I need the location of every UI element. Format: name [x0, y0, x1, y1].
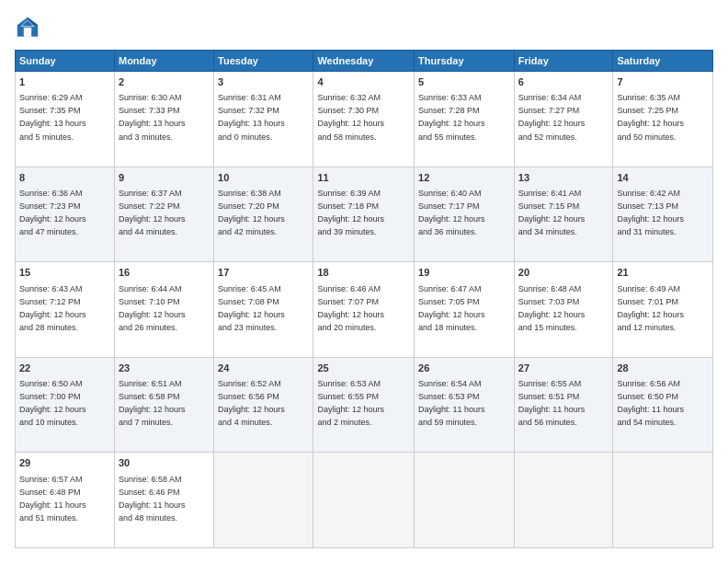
- day-cell-2: 2 Sunrise: 6:30 AMSunset: 7:33 PMDayligh…: [114, 72, 213, 167]
- day-cell-11: 11 Sunrise: 6:39 AMSunset: 7:18 PMDaylig…: [313, 167, 415, 262]
- day-cell-24: 24 Sunrise: 6:52 AMSunset: 6:56 PMDaylig…: [214, 357, 313, 453]
- calendar-table: Sunday Monday Tuesday Wednesday Thursday…: [15, 50, 713, 548]
- day-number: 10: [218, 171, 309, 185]
- day-cell-4: 4 Sunrise: 6:32 AMSunset: 7:30 PMDayligh…: [313, 72, 415, 167]
- day-number: 23: [119, 362, 210, 375]
- day-cell-8: 8 Sunrise: 6:36 AMSunset: 7:23 PMDayligh…: [16, 167, 115, 262]
- day-cell-20: 20 Sunrise: 6:48 AMSunset: 7:03 PMDaylig…: [514, 262, 613, 358]
- day-cell-1: 1 Sunrise: 6:29 AMSunset: 7:35 PMDayligh…: [16, 72, 115, 167]
- day-cell-17: 17 Sunrise: 6:45 AMSunset: 7:08 PMDaylig…: [214, 262, 313, 358]
- col-wednesday: Wednesday: [313, 51, 415, 72]
- day-number: 1: [19, 75, 110, 89]
- day-cell-18: 18 Sunrise: 6:46 AMSunset: 7:07 PMDaylig…: [313, 262, 415, 358]
- day-number: 29: [19, 456, 110, 470]
- day-cell-15: 15 Sunrise: 6:43 AMSunset: 7:12 PMDaylig…: [16, 262, 115, 358]
- day-cell-empty: [313, 453, 415, 548]
- page: Sunday Monday Tuesday Wednesday Thursday…: [0, 0, 728, 563]
- svg-rect-2: [24, 28, 31, 37]
- day-info: Sunrise: 6:55 AMSunset: 6:51 PMDaylight:…: [518, 379, 586, 427]
- day-cell-16: 16 Sunrise: 6:44 AMSunset: 7:10 PMDaylig…: [114, 262, 213, 358]
- day-cell-empty: [415, 453, 515, 548]
- day-info: Sunrise: 6:54 AMSunset: 6:53 PMDaylight:…: [418, 379, 485, 427]
- day-number: 12: [418, 171, 510, 185]
- day-cell-7: 7 Sunrise: 6:35 AMSunset: 7:25 PMDayligh…: [613, 72, 713, 167]
- day-number: 2: [119, 75, 210, 89]
- day-cell-28: 28 Sunrise: 6:56 AMSunset: 6:50 PMDaylig…: [613, 357, 713, 453]
- day-number: 27: [518, 362, 609, 375]
- day-number: 16: [119, 266, 210, 280]
- day-number: 24: [218, 362, 309, 375]
- day-cell-27: 27 Sunrise: 6:55 AMSunset: 6:51 PMDaylig…: [514, 357, 613, 453]
- day-info: Sunrise: 6:33 AMSunset: 7:28 PMDaylight:…: [418, 93, 485, 141]
- day-number: 26: [418, 362, 510, 375]
- col-tuesday: Tuesday: [214, 51, 313, 72]
- day-info: Sunrise: 6:42 AMSunset: 7:13 PMDaylight:…: [617, 189, 684, 236]
- day-cell-3: 3 Sunrise: 6:31 AMSunset: 7:32 PMDayligh…: [214, 72, 313, 167]
- day-info: Sunrise: 6:57 AMSunset: 6:48 PMDaylight:…: [19, 475, 86, 523]
- day-cell-6: 6 Sunrise: 6:34 AMSunset: 7:27 PMDayligh…: [514, 72, 613, 167]
- day-info: Sunrise: 6:56 AMSunset: 6:50 PMDaylight:…: [617, 379, 684, 427]
- day-number: 17: [218, 266, 309, 280]
- col-saturday: Saturday: [613, 51, 713, 72]
- day-info: Sunrise: 6:35 AMSunset: 7:25 PMDaylight:…: [617, 93, 684, 141]
- logo-icon: [15, 15, 40, 40]
- day-info: Sunrise: 6:37 AMSunset: 7:22 PMDaylight:…: [119, 189, 186, 236]
- day-number: 4: [317, 75, 410, 89]
- day-info: Sunrise: 6:34 AMSunset: 7:27 PMDaylight:…: [518, 93, 586, 141]
- day-number: 9: [119, 171, 210, 185]
- day-cell-22: 22 Sunrise: 6:50 AMSunset: 7:00 PMDaylig…: [16, 357, 115, 453]
- day-info: Sunrise: 6:45 AMSunset: 7:08 PMDaylight:…: [218, 284, 285, 332]
- day-number: 30: [119, 456, 210, 470]
- day-info: Sunrise: 6:39 AMSunset: 7:18 PMDaylight:…: [317, 189, 384, 236]
- day-cell-13: 13 Sunrise: 6:41 AMSunset: 7:15 PMDaylig…: [514, 167, 613, 262]
- day-cell-25: 25 Sunrise: 6:53 AMSunset: 6:55 PMDaylig…: [313, 357, 415, 453]
- day-number: 21: [617, 266, 709, 280]
- day-number: 14: [617, 171, 709, 185]
- day-cell-30: 30 Sunrise: 6:58 AMSunset: 6:46 PMDaylig…: [114, 453, 213, 548]
- day-info: Sunrise: 6:49 AMSunset: 7:01 PMDaylight:…: [617, 284, 684, 332]
- day-info: Sunrise: 6:47 AMSunset: 7:05 PMDaylight:…: [418, 284, 485, 332]
- day-number: 18: [317, 266, 410, 280]
- day-cell-9: 9 Sunrise: 6:37 AMSunset: 7:22 PMDayligh…: [114, 167, 213, 262]
- day-info: Sunrise: 6:53 AMSunset: 6:55 PMDaylight:…: [317, 379, 384, 427]
- day-number: 28: [617, 362, 709, 375]
- day-info: Sunrise: 6:50 AMSunset: 7:00 PMDaylight:…: [19, 379, 86, 427]
- day-info: Sunrise: 6:43 AMSunset: 7:12 PMDaylight:…: [19, 284, 86, 332]
- day-info: Sunrise: 6:30 AMSunset: 7:33 PMDaylight:…: [119, 93, 186, 141]
- day-info: Sunrise: 6:31 AMSunset: 7:32 PMDaylight:…: [218, 93, 285, 141]
- col-thursday: Thursday: [415, 51, 515, 72]
- week-row-3: 15 Sunrise: 6:43 AMSunset: 7:12 PMDaylig…: [16, 262, 713, 358]
- day-number: 13: [518, 171, 609, 185]
- day-cell-26: 26 Sunrise: 6:54 AMSunset: 6:53 PMDaylig…: [415, 357, 515, 453]
- day-cell-14: 14 Sunrise: 6:42 AMSunset: 7:13 PMDaylig…: [613, 167, 713, 262]
- week-row-5: 29 Sunrise: 6:57 AMSunset: 6:48 PMDaylig…: [16, 453, 713, 548]
- day-info: Sunrise: 6:44 AMSunset: 7:10 PMDaylight:…: [119, 284, 186, 332]
- day-info: Sunrise: 6:38 AMSunset: 7:20 PMDaylight:…: [218, 189, 285, 236]
- day-number: 8: [19, 171, 110, 185]
- day-number: 22: [19, 362, 110, 375]
- day-info: Sunrise: 6:48 AMSunset: 7:03 PMDaylight:…: [518, 284, 586, 332]
- day-number: 6: [518, 75, 609, 89]
- day-info: Sunrise: 6:52 AMSunset: 6:56 PMDaylight:…: [218, 379, 285, 427]
- weekday-header-row: Sunday Monday Tuesday Wednesday Thursday…: [16, 51, 713, 72]
- week-row-1: 1 Sunrise: 6:29 AMSunset: 7:35 PMDayligh…: [16, 72, 713, 167]
- day-info: Sunrise: 6:41 AMSunset: 7:15 PMDaylight:…: [518, 189, 586, 236]
- day-info: Sunrise: 6:32 AMSunset: 7:30 PMDaylight:…: [317, 93, 384, 141]
- day-number: 5: [418, 75, 510, 89]
- day-info: Sunrise: 6:51 AMSunset: 6:58 PMDaylight:…: [119, 379, 186, 427]
- day-cell-5: 5 Sunrise: 6:33 AMSunset: 7:28 PMDayligh…: [415, 72, 515, 167]
- day-cell-29: 29 Sunrise: 6:57 AMSunset: 6:48 PMDaylig…: [16, 453, 115, 548]
- day-info: Sunrise: 6:40 AMSunset: 7:17 PMDaylight:…: [418, 189, 485, 236]
- week-row-2: 8 Sunrise: 6:36 AMSunset: 7:23 PMDayligh…: [16, 167, 713, 262]
- day-info: Sunrise: 6:58 AMSunset: 6:46 PMDaylight:…: [119, 475, 186, 523]
- week-row-4: 22 Sunrise: 6:50 AMSunset: 7:00 PMDaylig…: [16, 357, 713, 453]
- col-monday: Monday: [114, 51, 213, 72]
- day-info: Sunrise: 6:46 AMSunset: 7:07 PMDaylight:…: [317, 284, 384, 332]
- day-number: 11: [317, 171, 410, 185]
- day-number: 7: [617, 75, 709, 89]
- day-cell-empty: [214, 453, 313, 548]
- day-cell-21: 21 Sunrise: 6:49 AMSunset: 7:01 PMDaylig…: [613, 262, 713, 358]
- day-info: Sunrise: 6:36 AMSunset: 7:23 PMDaylight:…: [19, 189, 86, 236]
- col-friday: Friday: [514, 51, 613, 72]
- day-number: 20: [518, 266, 609, 280]
